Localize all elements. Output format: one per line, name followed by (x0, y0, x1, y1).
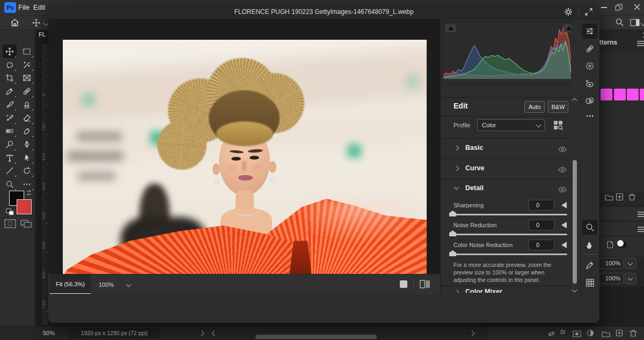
minimize-button[interactable] (601, 7, 607, 8)
presets-tool[interactable] (582, 93, 597, 108)
new-item-icon[interactable] (616, 193, 624, 203)
edit-tool[interactable] (582, 24, 597, 39)
auto-button[interactable]: Auto (524, 101, 545, 113)
swap-colors-icon[interactable] (25, 189, 33, 199)
history-brush-tool[interactable] (3, 111, 17, 125)
grid-overlay-tool[interactable] (582, 275, 597, 290)
options-more-chevron-icon[interactable] (641, 21, 644, 26)
frame-tool[interactable] (20, 71, 34, 84)
default-colors-icon[interactable] (6, 208, 14, 218)
menu-edit[interactable]: Edit (33, 3, 45, 11)
pattern-swatch[interactable] (640, 89, 644, 100)
close-button[interactable] (633, 3, 641, 11)
bw-button[interactable]: B&W (548, 101, 568, 113)
scroll-right-chevron-icon[interactable] (470, 331, 475, 336)
tool-options-chevron-icon[interactable] (43, 21, 49, 26)
collapsed-panel-header[interactable] (600, 222, 644, 236)
zoom-tool-acr[interactable] (582, 220, 597, 235)
workspace-icon[interactable] (630, 19, 640, 28)
panel-scrollbar[interactable] (571, 95, 579, 299)
magic-wand-tool[interactable] (20, 58, 34, 71)
red-eye-tool[interactable] (582, 76, 597, 91)
move-tool-option-icon[interactable] (32, 19, 40, 29)
sharpening-flyout-icon[interactable] (561, 202, 567, 208)
hand-tool[interactable] (582, 237, 597, 252)
browse-profiles-icon[interactable] (553, 120, 563, 132)
white-balance-eyedropper-tool[interactable] (582, 257, 597, 272)
horizontal-scrollbar[interactable] (255, 335, 377, 339)
zoom-100-tab[interactable]: 100% (91, 274, 122, 294)
shadow-clipping-toggle[interactable] (445, 24, 456, 32)
lasso-tool[interactable] (3, 58, 17, 71)
status-collapse-chevron-icon[interactable] (212, 331, 217, 336)
color-noise-reduction-slider-handle[interactable] (449, 250, 456, 256)
noise-reduction-slider-handle[interactable] (449, 230, 456, 236)
section-color-mixer[interactable]: Color Mixer (441, 286, 571, 293)
search-icon[interactable] (615, 18, 624, 29)
detail-eye-icon[interactable] (558, 185, 567, 195)
color-noise-reduction-slider-track[interactable] (451, 254, 567, 255)
crop-tool[interactable] (3, 71, 17, 84)
basic-eye-icon[interactable] (558, 145, 567, 155)
before-after-button[interactable] (420, 280, 430, 291)
line-tool[interactable] (3, 164, 17, 177)
dodge-tool[interactable] (3, 138, 17, 151)
screen-mode-button[interactable] (20, 219, 32, 230)
sharpening-slider-track[interactable] (451, 214, 567, 215)
collapsed-panel-header[interactable] (600, 207, 644, 221)
curve-eye-icon[interactable] (558, 165, 567, 175)
highlight-clipping-toggle[interactable] (564, 24, 571, 32)
pattern-swatch[interactable] (614, 89, 626, 100)
rotate-view-tool[interactable] (20, 164, 34, 177)
pattern-swatch[interactable] (601, 89, 612, 100)
panel-expand-chevron-icon[interactable] (641, 33, 644, 38)
noise-reduction-slider-track[interactable] (451, 234, 567, 235)
layer-mask-icon[interactable] (573, 330, 581, 339)
marquee-tool[interactable] (20, 45, 34, 58)
masking-tool[interactable] (582, 59, 597, 74)
panel-scrollbar-thumb[interactable] (573, 160, 577, 284)
background-color-swatch[interactable] (17, 199, 32, 214)
section-basic[interactable]: Basic (441, 138, 571, 158)
pen-tool[interactable] (20, 138, 34, 151)
noise-reduction-flyout-icon[interactable] (561, 222, 567, 228)
noise-reduction-value-input[interactable]: 0 (529, 220, 554, 230)
type-tool[interactable] (3, 151, 17, 164)
path-selection-tool[interactable] (20, 151, 34, 164)
home-icon[interactable] (10, 18, 19, 29)
status-expand-chevron-icon[interactable] (199, 331, 204, 336)
eyedropper-tool[interactable] (3, 84, 17, 98)
zoom-options-chevron-icon[interactable] (126, 282, 131, 287)
new-group-icon[interactable] (602, 330, 610, 339)
zoom-tool[interactable] (3, 177, 17, 191)
profile-select[interactable]: Color (477, 119, 545, 131)
filter-toggle[interactable] (617, 241, 627, 248)
menu-file[interactable]: File (18, 3, 30, 11)
photo-preview[interactable] (63, 40, 427, 285)
panel-menu-icon[interactable] (637, 41, 644, 46)
gradient-tool[interactable] (3, 124, 17, 138)
quick-mask-button[interactable] (4, 219, 16, 230)
folder-icon[interactable] (605, 193, 613, 203)
panel-menu-icon[interactable] (638, 212, 644, 217)
section-curve[interactable]: Curve (441, 158, 571, 179)
brush-tool[interactable] (3, 98, 17, 111)
delete-layer-icon[interactable] (630, 329, 637, 339)
document-tab[interactable]: FL (39, 31, 46, 38)
layer-filter-icon[interactable] (606, 241, 613, 251)
smudge-tool[interactable] (20, 124, 34, 138)
preview-mode-button[interactable] (400, 280, 407, 288)
link-layers-icon[interactable] (547, 330, 556, 339)
opacity-dropdown-button[interactable] (625, 258, 636, 269)
panel-menu-icon[interactable] (638, 227, 644, 232)
adjustment-layer-icon[interactable] (587, 329, 594, 339)
pattern-swatch[interactable] (627, 89, 639, 100)
move-tool[interactable] (3, 45, 17, 58)
zoom-level-indicator[interactable]: 50% (43, 330, 55, 336)
spot-healing-brush-tool[interactable] (20, 84, 34, 98)
gear-icon[interactable] (564, 7, 573, 19)
more-settings-icon[interactable] (582, 108, 597, 124)
section-detail[interactable]: Detail (441, 179, 571, 198)
eraser-tool[interactable] (20, 111, 34, 125)
sharpening-value-input[interactable]: 0 (529, 200, 554, 211)
